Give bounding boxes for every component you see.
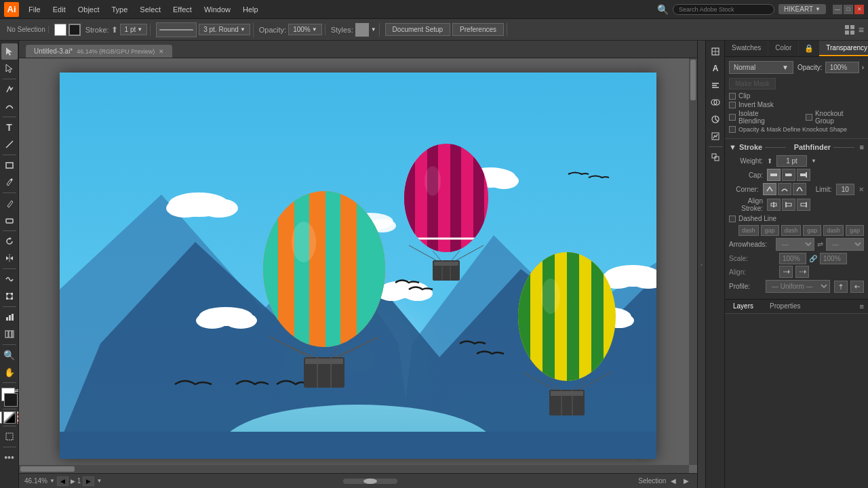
gap1-input[interactable]: gap: [761, 225, 779, 236]
horizontal-scrollbar[interactable]: [19, 465, 689, 473]
profile-flip-v-btn[interactable]: [834, 281, 848, 293]
weight-value-box[interactable]: 1 pt: [776, 155, 807, 167]
gradient-mode-btn[interactable]: [3, 411, 16, 424]
gap2-input[interactable]: gap: [803, 225, 821, 236]
column-graph-tool[interactable]: [1, 326, 18, 342]
blend-mode-dropdown[interactable]: Normal ▼: [729, 61, 793, 74]
page-prev-btn[interactable]: ◀: [57, 476, 68, 486]
align-center-btn[interactable]: [767, 199, 781, 211]
rectangle-tool[interactable]: [1, 157, 18, 174]
direct-selection-tool[interactable]: [1, 60, 18, 77]
document-tab[interactable]: Untitled-3.ai* 46.14% (RGB/GPU Preview) …: [26, 45, 172, 58]
curvature-tool[interactable]: [1, 98, 18, 115]
dash2-input[interactable]: dash: [781, 225, 802, 236]
background-color[interactable]: [4, 393, 18, 407]
make-mask-button[interactable]: Make Mask: [729, 78, 776, 89]
zoom-dropdown-icon[interactable]: ▼: [50, 478, 55, 484]
align-tool-right[interactable]: [707, 77, 724, 94]
image-trace-right[interactable]: [707, 128, 724, 144]
tab-close-icon[interactable]: ✕: [159, 48, 164, 55]
align-outside-btn[interactable]: [797, 199, 810, 211]
scale-link-icon[interactable]: 🔗: [809, 255, 817, 262]
pathfinder-tool-right[interactable]: [707, 94, 724, 110]
dashed-line-checkbox[interactable]: [729, 216, 736, 222]
eraser-tool[interactable]: [1, 212, 18, 228]
hikeart-dropdown-icon[interactable]: ▼: [815, 6, 821, 12]
align-arrows-btn1[interactable]: [779, 266, 793, 278]
arrowhead-end-select[interactable]: —: [826, 238, 864, 251]
artboard-tool[interactable]: [1, 428, 18, 445]
weight-dropdown-icon[interactable]: ▼: [811, 158, 816, 164]
artboard-nav-prev[interactable]: ◀: [668, 477, 679, 485]
scale-end-input[interactable]: 100%: [820, 253, 847, 264]
v-scroll-thumb[interactable]: [690, 60, 696, 100]
paint-bucket-tool[interactable]: [1, 174, 18, 190]
corner-round-btn[interactable]: [778, 183, 791, 195]
right-panel-collapse[interactable]: ›: [697, 41, 705, 488]
search-box[interactable]: Search Adobe Stock: [673, 4, 774, 15]
stroke-swatch[interactable]: [68, 24, 81, 36]
stroke-value-btn[interactable]: 1 pt ▼: [120, 24, 148, 35]
weight-up-icon[interactable]: ⬆: [767, 157, 772, 165]
arrowhead-start-select[interactable]: —: [776, 238, 814, 251]
type-tool[interactable]: T: [1, 119, 18, 136]
invert-mask-checkbox[interactable]: [729, 102, 736, 108]
minimize-button[interactable]: —: [833, 5, 842, 14]
menu-edit[interactable]: Edit: [47, 4, 71, 15]
line-tool[interactable]: [1, 136, 18, 152]
align-inside-btn[interactable]: [782, 199, 795, 211]
artboard-nav-next[interactable]: ▶: [681, 477, 692, 485]
menu-object[interactable]: Object: [73, 4, 105, 15]
maximize-button[interactable]: □: [844, 5, 853, 14]
progress-thumb[interactable]: [363, 479, 377, 484]
menu-window[interactable]: Window: [199, 4, 236, 15]
graph-tool[interactable]: [1, 309, 18, 325]
doc-setup-button[interactable]: Document Setup: [385, 23, 451, 36]
color-guide-right[interactable]: [707, 111, 724, 127]
cap-projecting-btn[interactable]: [797, 169, 810, 181]
swatches-tab[interactable]: Swatches: [725, 41, 768, 56]
opacity-expand-btn[interactable]: ›: [862, 64, 864, 71]
dash1-input[interactable]: dash: [738, 225, 759, 236]
pen-tool[interactable]: [1, 81, 18, 98]
page-dropdown-icon[interactable]: ▼: [96, 478, 102, 484]
scale-start-input[interactable]: 100%: [779, 253, 806, 264]
profile-flip-h-btn[interactable]: [850, 281, 864, 293]
hand-tool[interactable]: ✋: [1, 364, 18, 380]
corner-bevel-btn[interactable]: [793, 183, 806, 195]
properties-tab[interactable]: Properties: [762, 300, 809, 313]
panel-options-icon[interactable]: ≡: [859, 24, 864, 35]
dash3-input[interactable]: dash: [823, 225, 844, 236]
zoom-tool[interactable]: 🔍: [1, 347, 18, 363]
canvas-viewport[interactable]: [19, 58, 697, 473]
opacity-input[interactable]: [825, 62, 859, 73]
limit-value[interactable]: 10: [836, 184, 854, 195]
preferences-button[interactable]: Preferences: [452, 23, 504, 36]
free-transform-tool[interactable]: [1, 288, 18, 304]
align-arrows-btn2[interactable]: [795, 266, 809, 278]
stroke-collapse-icon[interactable]: ▼: [729, 143, 736, 151]
transform-tool-right[interactable]: [707, 43, 724, 60]
vertical-scrollbar[interactable]: [689, 58, 697, 465]
cap-butt-btn[interactable]: [767, 169, 781, 181]
pathfinder-tab-label[interactable]: Pathfinder: [794, 143, 831, 151]
page-next-btn[interactable]: ▶: [83, 476, 94, 486]
layers-tab[interactable]: Layers: [725, 300, 762, 313]
more-tools-btn[interactable]: •••: [1, 449, 18, 466]
gap3-input[interactable]: gap: [846, 225, 864, 236]
bottom-panel-menu-btn[interactable]: ≡: [856, 300, 868, 313]
brush-name-btn[interactable]: 3 pt. Round ▼: [199, 24, 250, 35]
corner-miter-btn[interactable]: [763, 183, 776, 195]
transparency-tab[interactable]: Transparency: [819, 41, 868, 56]
pencil-tool[interactable]: [1, 195, 18, 211]
warp-tool[interactable]: [1, 271, 18, 287]
view-mode-icon[interactable]: [845, 25, 854, 35]
profile-select[interactable]: — Uniform —: [766, 280, 830, 293]
knockout-checkbox[interactable]: [806, 114, 812, 121]
close-button[interactable]: ✕: [854, 5, 864, 14]
limit-cross-icon[interactable]: ✕: [859, 186, 864, 193]
swap-colors-icon[interactable]: ⇌: [14, 388, 19, 394]
menu-type[interactable]: Type: [106, 4, 134, 15]
opacity-value-btn[interactable]: 100% ▼: [288, 24, 322, 35]
fill-swatch[interactable]: [54, 24, 66, 36]
